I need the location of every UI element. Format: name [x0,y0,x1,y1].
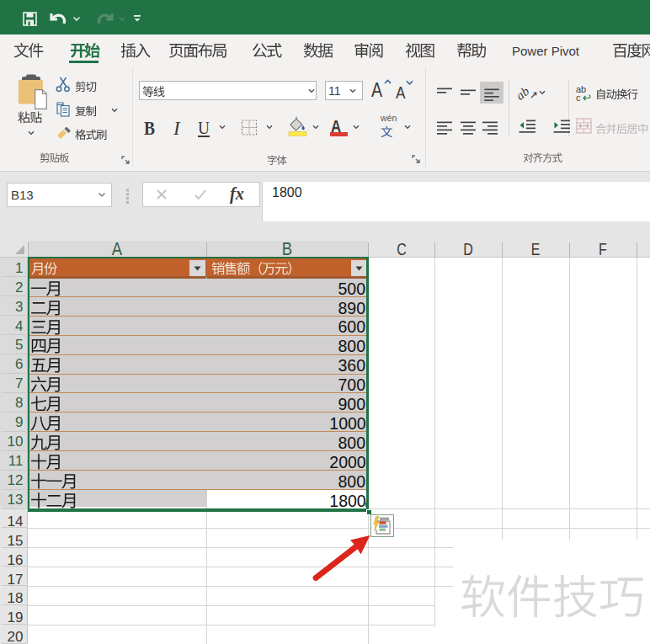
svg-text:c: c [576,93,581,103]
svg-text:ab: ab [518,84,532,103]
